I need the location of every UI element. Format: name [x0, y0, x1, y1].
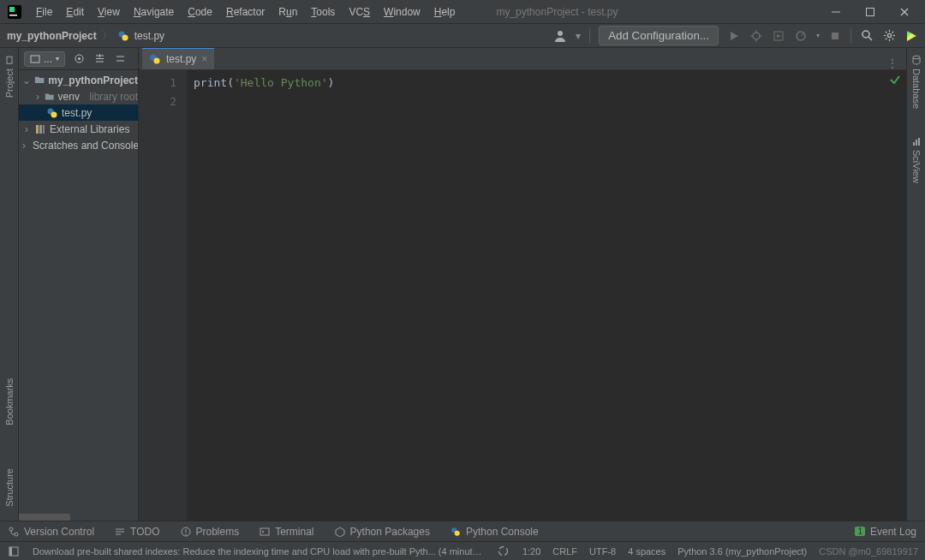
- tree-root[interactable]: ⌄ my_pythonProject: [19, 72, 138, 88]
- tool-window-terminal[interactable]: Terminal: [260, 526, 313, 538]
- panel-scrollbar[interactable]: [19, 514, 138, 521]
- menu-refactor[interactable]: RefactorRefactor: [219, 3, 272, 21]
- svg-rect-34: [31, 56, 39, 63]
- caret-position[interactable]: 1:20: [522, 546, 540, 557]
- tool-window-event-log[interactable]: 1 Event Log: [855, 526, 916, 538]
- svg-point-67: [455, 530, 460, 535]
- bottom-tool-stripe: Version Control TODO Problems Terminal P…: [0, 521, 925, 541]
- menu-file[interactable]: FFileile: [29, 3, 59, 21]
- editor-tab-testpy[interactable]: test.py ×: [142, 48, 214, 69]
- menu-window[interactable]: WindowWindow: [377, 3, 427, 21]
- svg-line-22: [868, 37, 872, 40]
- menu-edit[interactable]: EditEdit: [59, 3, 91, 21]
- add-configuration-button[interactable]: Add Configuration...: [599, 26, 719, 45]
- tool-window-todo[interactable]: TODO: [115, 526, 159, 538]
- svg-point-36: [78, 57, 81, 60]
- menu-help[interactable]: HelpHelp: [427, 3, 462, 21]
- expand-all-icon[interactable]: [92, 52, 106, 66]
- editor-area: test.py × ⋮ 1 2 print('Hello Python'): [139, 48, 906, 521]
- tree-external-libs[interactable]: › External Libraries: [19, 121, 138, 137]
- background-tasks-icon[interactable]: [497, 545, 510, 558]
- tool-window-sciview[interactable]: SciView: [911, 131, 922, 188]
- editor-tabs: test.py × ⋮: [139, 48, 906, 70]
- status-message[interactable]: Download pre-built shared indexes: Reduc…: [33, 546, 485, 557]
- svg-point-70: [499, 547, 508, 556]
- svg-point-51: [154, 58, 160, 64]
- tree-scratches[interactable]: › Scratches and Consoles: [19, 137, 138, 153]
- line-separator[interactable]: CRLF: [552, 546, 577, 557]
- debug-icon[interactable]: [749, 29, 763, 43]
- run-icon[interactable]: [727, 29, 741, 43]
- svg-rect-69: [9, 547, 12, 556]
- library-icon: [34, 123, 46, 135]
- editor-gutter: 1 2: [139, 70, 187, 521]
- svg-rect-55: [918, 138, 920, 146]
- watermark-text: CSDN @m0_69819917: [819, 546, 918, 557]
- user-icon[interactable]: [553, 29, 567, 43]
- code-editor[interactable]: print('Hello Python'): [187, 70, 906, 521]
- left-tool-stripe: Project Structure Bookmarks: [0, 48, 19, 521]
- svg-marker-17: [777, 34, 781, 38]
- breadcrumb-file[interactable]: test.py: [134, 30, 164, 42]
- breadcrumb-project[interactable]: my_pythonProject: [7, 30, 97, 42]
- settings-gear-icon[interactable]: [882, 29, 896, 43]
- menu-view[interactable]: ViewView: [91, 3, 127, 21]
- svg-marker-32: [907, 31, 916, 41]
- project-panel-toolbar: ... ▾: [19, 48, 138, 70]
- tool-window-vcs[interactable]: Version Control: [9, 526, 94, 538]
- menu-navigate[interactable]: NavigateNavigate: [127, 3, 181, 21]
- python-file-icon: [117, 30, 129, 42]
- window-close-icon[interactable]: [887, 0, 922, 24]
- right-tool-stripe: Database SciView: [906, 48, 925, 521]
- file-encoding[interactable]: UTF-8: [589, 546, 616, 557]
- svg-rect-1: [9, 7, 15, 12]
- chevron-right-icon: ›: [34, 91, 41, 103]
- tree-venv[interactable]: › venv library root: [19, 88, 138, 104]
- menu-vcs[interactable]: VCSVCS: [342, 3, 377, 21]
- ide-brand-icon[interactable]: [904, 29, 918, 43]
- menu-run[interactable]: RunRun: [272, 3, 304, 21]
- search-icon[interactable]: [860, 29, 874, 43]
- tree-file-testpy[interactable]: test.py: [19, 104, 138, 121]
- profile-icon[interactable]: [794, 29, 808, 43]
- toolwindows-toggle-icon[interactable]: [7, 545, 21, 558]
- folder-icon: [34, 74, 45, 86]
- folder-icon: [45, 91, 54, 103]
- tool-window-python-console[interactable]: Python Console: [451, 526, 539, 538]
- window-maximize-icon[interactable]: [853, 0, 887, 24]
- svg-rect-54: [916, 140, 917, 146]
- stop-icon[interactable]: [828, 29, 842, 43]
- inspection-ok-icon[interactable]: [889, 74, 901, 86]
- window-minimize-icon[interactable]: [819, 0, 853, 24]
- tool-window-problems[interactable]: Problems: [181, 526, 240, 538]
- svg-rect-2: [9, 15, 17, 16]
- locate-icon[interactable]: [72, 52, 86, 66]
- svg-point-23: [887, 33, 891, 37]
- svg-marker-10: [731, 32, 738, 40]
- tool-window-database[interactable]: Database: [911, 50, 922, 114]
- menu-tools[interactable]: ToolsTools: [304, 3, 342, 21]
- project-tree: ⌄ my_pythonProject › venv library root t…: [19, 70, 138, 153]
- svg-point-52: [913, 56, 920, 59]
- svg-point-8: [122, 34, 128, 40]
- indent-setting[interactable]: 4 spaces: [628, 546, 665, 557]
- title-bar: FFileile EditEdit ViewView NavigateNavig…: [0, 0, 925, 24]
- python-file-icon: [46, 107, 58, 119]
- chevron-down-icon: ⌄: [22, 74, 31, 86]
- tool-window-project[interactable]: Project: [4, 50, 15, 103]
- python-interpreter[interactable]: Python 3.6 (my_pythonProject): [677, 546, 807, 557]
- svg-point-9: [558, 31, 563, 36]
- svg-point-63: [185, 533, 187, 535]
- close-tab-icon[interactable]: ×: [201, 53, 207, 65]
- tool-window-bookmarks[interactable]: Bookmarks: [4, 378, 15, 426]
- tool-window-structure[interactable]: Structure: [4, 468, 15, 507]
- project-view-selector[interactable]: ... ▾: [24, 51, 65, 67]
- run-coverage-icon[interactable]: [772, 29, 785, 43]
- svg-point-21: [862, 31, 869, 38]
- editor-tabs-more-icon[interactable]: ⋮: [879, 57, 906, 69]
- svg-line-29: [892, 39, 893, 40]
- svg-marker-65: [336, 527, 344, 537]
- collapse-all-icon[interactable]: [113, 52, 127, 66]
- tool-window-python-packages[interactable]: Python Packages: [335, 526, 430, 538]
- menu-code[interactable]: CodeCode: [181, 3, 219, 21]
